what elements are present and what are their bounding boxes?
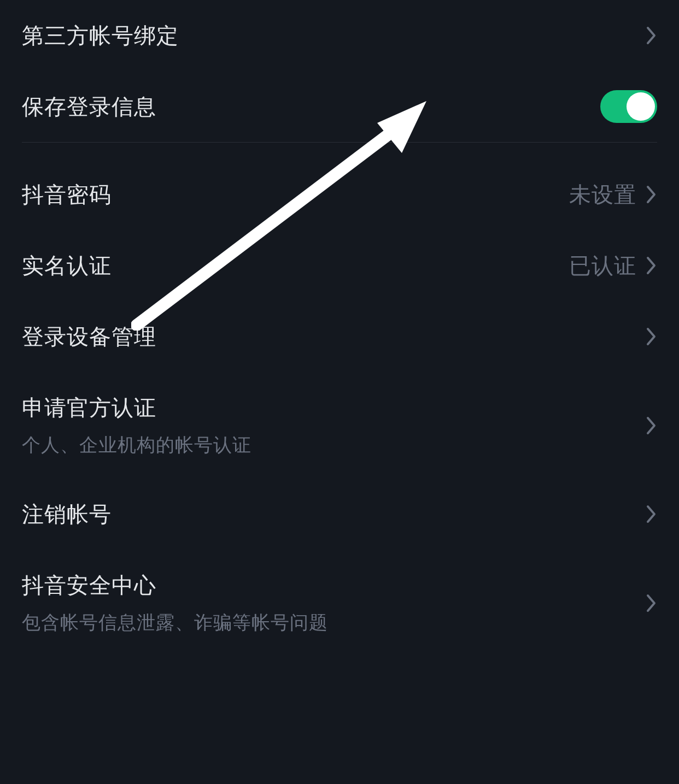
setting-label: 抖音密码: [22, 180, 112, 210]
setting-label: 第三方帐号绑定: [22, 21, 179, 51]
chevron-right-icon: [646, 416, 657, 435]
setting-login-device-management[interactable]: 登录设备管理: [22, 301, 657, 372]
setting-real-name-auth[interactable]: 实名认证 已认证: [22, 230, 657, 301]
chevron-right-icon: [646, 327, 657, 346]
setting-value: 已认证: [569, 251, 636, 281]
setting-official-verification[interactable]: 申请官方认证 个人、企业机构的帐号认证: [22, 372, 657, 479]
setting-label: 申请官方认证: [22, 393, 251, 423]
setting-value: 未设置: [569, 180, 636, 210]
chevron-right-icon: [646, 185, 657, 204]
setting-label: 登录设备管理: [22, 322, 156, 352]
setting-subtitle: 包含帐号信息泄露、诈骗等帐号问题: [22, 610, 328, 635]
toggle-knob: [627, 92, 655, 121]
setting-delete-account[interactable]: 注销帐号: [22, 479, 657, 550]
chevron-right-icon: [646, 26, 657, 45]
setting-label: 注销帐号: [22, 499, 112, 529]
chevron-right-icon: [646, 594, 657, 612]
setting-label: 保存登录信息: [22, 92, 156, 122]
setting-security-center[interactable]: 抖音安全中心 包含帐号信息泄露、诈骗等帐号问题: [22, 550, 657, 656]
setting-label: 抖音安全中心: [22, 570, 328, 600]
chevron-right-icon: [646, 505, 657, 523]
setting-third-party-binding[interactable]: 第三方帐号绑定: [22, 0, 657, 71]
setting-douyin-password[interactable]: 抖音密码 未设置: [22, 159, 657, 230]
setting-save-login-info[interactable]: 保存登录信息: [22, 71, 657, 142]
setting-subtitle: 个人、企业机构的帐号认证: [22, 433, 251, 458]
chevron-right-icon: [646, 256, 657, 275]
toggle-switch[interactable]: [600, 90, 657, 123]
settings-list: 第三方帐号绑定 保存登录信息 抖音密码 未设置: [0, 0, 679, 656]
section-divider: [22, 142, 657, 143]
setting-label: 实名认证: [22, 251, 112, 281]
